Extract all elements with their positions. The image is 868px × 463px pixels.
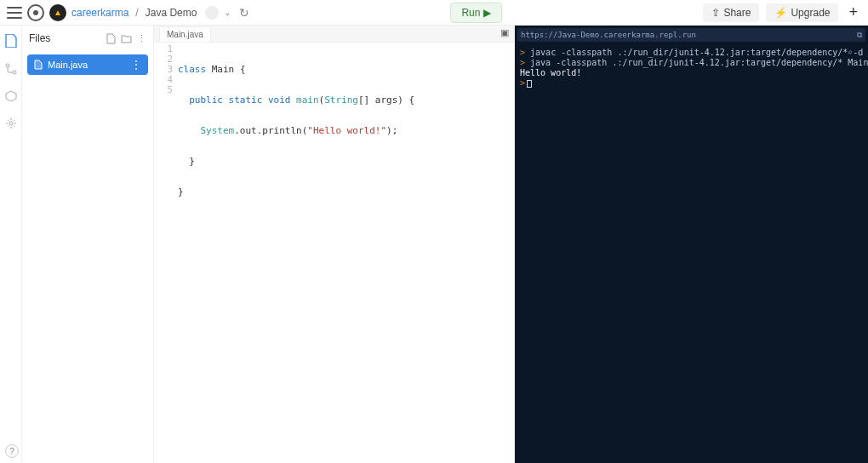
console-url: https://Java-Demo.careerkarma.repl.run — [521, 31, 696, 39]
topbar: ▲ careerkarma / Java Demo ⌄ ↻ Run▶ ⇪Shar… — [0, 0, 868, 26]
add-button[interactable]: + — [845, 3, 861, 21]
history-icon[interactable]: ↻ — [239, 6, 249, 20]
packages-icon[interactable] — [5, 90, 17, 102]
menu-icon[interactable] — [7, 7, 22, 19]
replit-logo-icon[interactable] — [27, 4, 44, 21]
new-folder-icon[interactable] — [121, 34, 132, 43]
file-more-icon[interactable]: ⋮ — [137, 33, 146, 44]
repl-name: Java Demo — [146, 7, 197, 19]
language-badge-icon — [205, 6, 219, 20]
console-search-icon[interactable]: ⌕ — [848, 48, 853, 57]
open-external-icon[interactable]: ⧉ — [857, 31, 862, 40]
file-item-more-icon[interactable]: ⋮ — [131, 59, 141, 71]
version-control-icon[interactable] — [5, 63, 17, 75]
share-icon: ⇪ — [711, 7, 720, 19]
avatar[interactable]: ▲ — [49, 4, 66, 21]
username-link[interactable]: careerkarma — [71, 7, 128, 19]
console-url-bar[interactable]: https://Java-Demo.careerkarma.repl.run ⧉ — [517, 28, 865, 42]
console-pane: https://Java-Demo.careerkarma.repl.run ⧉… — [515, 26, 868, 463]
layout-icon[interactable]: ▣ — [500, 27, 509, 38]
run-button[interactable]: Run▶ — [450, 3, 502, 23]
svg-point-0 — [6, 64, 9, 67]
file-item-main-java[interactable]: Main.java ⋮ — [27, 54, 148, 75]
rocket-icon: ⚡ — [774, 7, 787, 19]
main-area: Files ⋮ Main.java ⋮ Main.java ▣ — [0, 26, 868, 463]
share-button[interactable]: ⇪Share — [703, 3, 759, 22]
upgrade-button[interactable]: ⚡Upgrade — [766, 3, 838, 22]
console-cursor — [527, 80, 532, 88]
code-content[interactable]: class Main { public static void main(Str… — [178, 44, 514, 463]
file-panel-header: Files ⋮ — [22, 26, 153, 51]
file-icon — [34, 60, 43, 70]
settings-icon[interactable] — [5, 117, 17, 129]
file-item-label: Main.java — [48, 60, 88, 70]
chevron-down-icon[interactable]: ⌄ — [224, 8, 231, 17]
editor-tabs: Main.java ▣ — [154, 26, 514, 43]
new-file-icon[interactable] — [106, 33, 116, 44]
svg-point-2 — [9, 122, 13, 125]
tab-main-java[interactable]: Main.java — [159, 26, 211, 42]
files-icon[interactable] — [5, 34, 17, 48]
breadcrumb-separator: / — [135, 7, 138, 19]
help-button[interactable]: ? — [5, 444, 19, 458]
files-label: Files — [29, 32, 50, 44]
console-clear-icon[interactable]: ◌ — [858, 48, 863, 57]
play-icon: ▶ — [483, 7, 491, 19]
console-output[interactable]: ⌕ ◌ > javac -classpath .:/run_dir/junit-… — [515, 44, 868, 92]
file-panel: Files ⋮ Main.java ⋮ — [22, 26, 154, 463]
line-gutter: 1 2 3 4 5 — [154, 44, 178, 463]
code-editor[interactable]: 1 2 3 4 5 class Main { public static voi… — [154, 43, 514, 463]
side-rail — [0, 26, 22, 463]
editor-pane: Main.java ▣ 1 2 3 4 5 class Main { publi… — [154, 26, 515, 463]
svg-point-1 — [13, 71, 16, 74]
